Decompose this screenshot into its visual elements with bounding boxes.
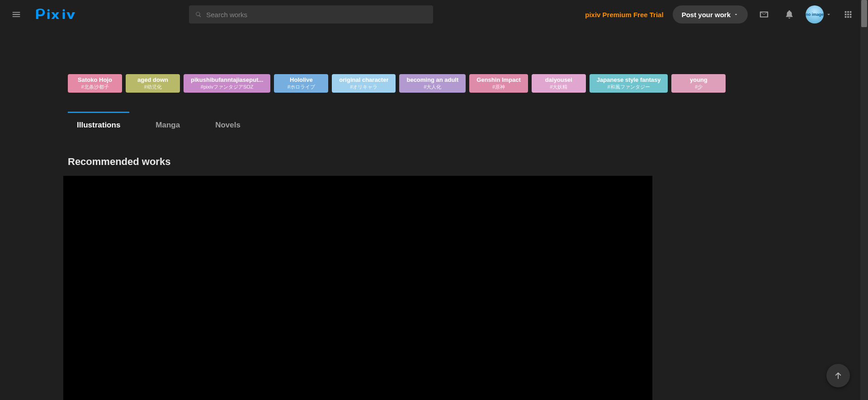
apps-grid-button[interactable] xyxy=(839,5,857,24)
pixiv-logo-icon xyxy=(34,8,82,21)
avatar: no image xyxy=(806,5,824,24)
tag-chip-sub: #少 xyxy=(695,84,703,90)
svg-point-0 xyxy=(47,9,50,11)
post-work-button[interactable]: Post your work xyxy=(673,5,748,24)
chevron-down-icon xyxy=(733,12,739,17)
tag-chip-title: Genshin Impact xyxy=(476,77,521,83)
tag-chip[interactable]: becoming an adult#大人化 xyxy=(399,74,466,93)
bell-icon xyxy=(784,9,794,19)
tag-chip-sub: #pixivファンタジアSOZ xyxy=(201,84,254,90)
tag-chip-title: original character xyxy=(339,77,388,83)
tab-novels[interactable]: Novels xyxy=(206,113,250,136)
tag-chip-title: Satoko Hojo xyxy=(78,77,112,83)
tag-chip[interactable]: Japanese style fantasy#和風ファンタジー xyxy=(590,74,668,93)
tag-chip-title: pikushibufanntajiaseput... xyxy=(191,77,263,83)
tag-chip-title: Japanese style fantasy xyxy=(597,77,661,83)
tag-chips-row[interactable]: Satoko Hojo#北条沙都子aged down#幼児化pikushibuf… xyxy=(0,74,860,93)
tag-chip[interactable]: pikushibufanntajiaseput...#pixivファンタジアSO… xyxy=(184,74,270,93)
header: pixiv Premium Free Trial Post your work … xyxy=(0,0,868,29)
recommended-works-area xyxy=(63,176,652,400)
tag-chip[interactable]: Satoko Hojo#北条沙都子 xyxy=(68,74,122,93)
back-to-top-button[interactable] xyxy=(826,364,850,387)
tag-chip-sub: #和風ファンタジー xyxy=(608,84,650,90)
tag-chip-sub: #北条沙都子 xyxy=(81,84,108,90)
post-work-label: Post your work xyxy=(682,11,731,19)
svg-rect-1 xyxy=(47,12,50,19)
tag-chip[interactable]: original character#オリキャラ xyxy=(332,74,396,93)
tag-chip-sub: #大妖精 xyxy=(550,84,567,90)
envelope-icon xyxy=(759,9,769,19)
notifications-button[interactable] xyxy=(780,5,798,24)
arrow-up-icon xyxy=(833,371,843,381)
tag-chip-sub: #オリキャラ xyxy=(350,84,377,90)
tag-chip-title: daiyousei xyxy=(545,77,572,83)
search-icon xyxy=(195,11,202,18)
premium-link[interactable]: pixiv Premium Free Trial xyxy=(585,11,663,19)
content-tabs: IllustrationsMangaNovels xyxy=(0,113,860,136)
tag-chip[interactable]: Genshin Impact#原神 xyxy=(469,74,528,93)
hamburger-icon xyxy=(11,9,21,19)
scrollbar-thumb[interactable] xyxy=(861,0,867,27)
tab-illustrations[interactable]: Illustrations xyxy=(68,113,129,136)
vertical-scrollbar[interactable] xyxy=(860,0,868,400)
search-input[interactable] xyxy=(206,11,427,19)
tag-chip-title: becoming an adult xyxy=(406,77,458,83)
tag-chip[interactable]: aged down#幼児化 xyxy=(126,74,180,93)
svg-rect-3 xyxy=(63,12,65,19)
svg-point-2 xyxy=(63,9,65,11)
tag-chip[interactable]: daiyousei#大妖精 xyxy=(532,74,586,93)
tab-manga[interactable]: Manga xyxy=(146,113,189,136)
tag-chip[interactable]: Hololive#ホロライブ xyxy=(274,74,328,93)
tag-chip-sub: #ホロライブ xyxy=(288,84,315,90)
tag-chip-title: aged down xyxy=(137,77,168,83)
tag-chip-sub: #幼児化 xyxy=(144,84,161,90)
banner-space xyxy=(0,29,860,74)
tag-chip-sub: #大人化 xyxy=(424,84,441,90)
account-menu[interactable]: no image xyxy=(806,5,832,24)
grid-icon xyxy=(843,9,853,19)
page: Satoko Hojo#北条沙都子aged down#幼児化pikushibuf… xyxy=(0,0,868,400)
tag-chip-title: Hololive xyxy=(290,77,313,83)
search-field[interactable] xyxy=(189,5,433,24)
logo[interactable] xyxy=(34,8,82,21)
chevron-down-icon xyxy=(826,11,832,18)
tag-chip[interactable]: young#少 xyxy=(671,74,726,93)
recommended-works-heading: Recommended works xyxy=(0,156,860,168)
tag-chip-sub: #原神 xyxy=(492,84,505,90)
tag-chip-title: young xyxy=(690,77,708,83)
menu-button[interactable] xyxy=(7,5,25,24)
messages-button[interactable] xyxy=(755,5,773,24)
